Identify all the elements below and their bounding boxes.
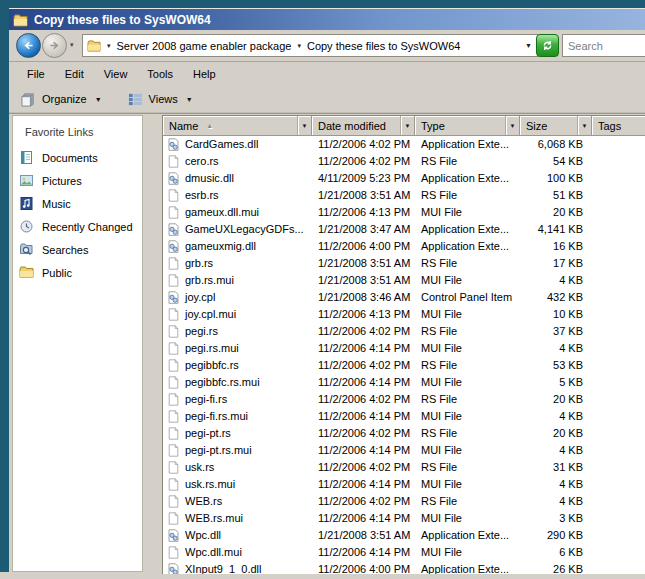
sidebar-item-icon (19, 219, 34, 234)
table-row[interactable]: WEB.rs.mui 11/2/2006 4:14 PM MUI File 3 … (163, 510, 645, 527)
generic-file-icon (167, 189, 180, 202)
organize-button[interactable]: Organize ▼ (15, 89, 108, 110)
breadcrumb-segment-copy-these-files-to-syswow64[interactable]: Copy these files to SysWOW64 (307, 40, 460, 52)
file-type: RS File (415, 391, 520, 408)
table-row[interactable]: XInput9_1_0.dll 11/2/2006 4:00 PM Applic… (163, 561, 645, 574)
file-type: RS File (415, 425, 520, 442)
sidebar-item-icon (19, 242, 34, 257)
breadcrumb-dropdown-icon[interactable]: ▼ (525, 42, 532, 49)
sidebar-item-recently-changed[interactable]: Recently Changed (13, 215, 142, 238)
column-header-size[interactable]: Size ▲ ▼ (520, 116, 592, 136)
column-header-tags[interactable]: Tags ▲ ▼ (592, 116, 645, 136)
menu-item-tools[interactable]: Tools (137, 65, 183, 83)
file-type: MUI File (415, 510, 520, 527)
breadcrumb[interactable]: ▾Server 2008 game enabler package▾Copy t… (82, 34, 539, 57)
file-tags (592, 357, 645, 374)
file-name: pegi.rs (185, 323, 218, 340)
generic-file-icon (167, 410, 180, 423)
file-tags (592, 136, 645, 153)
table-row[interactable]: pegi-fi.rs 11/2/2006 4:02 PM RS File 20 … (163, 391, 645, 408)
file-name: gameux.dll.mui (185, 204, 259, 221)
sidebar-item-documents[interactable]: Documents (13, 146, 142, 169)
file-date-modified: 11/2/2006 4:02 PM (312, 391, 415, 408)
table-row[interactable]: pegibbfc.rs 11/2/2006 4:02 PM RS File 53… (163, 357, 645, 374)
menu-item-edit[interactable]: Edit (55, 65, 94, 83)
sidebar-item-icon (19, 265, 34, 280)
search-input[interactable]: Search (562, 34, 645, 57)
table-row[interactable]: grb.rs.mui 1/21/2008 3:51 AM MUI File 4 … (163, 272, 645, 289)
menu-item-view[interactable]: View (94, 65, 138, 83)
file-name: dmusic.dll (185, 170, 234, 187)
sidebar-item-label: Music (42, 198, 71, 210)
dll-file-icon (167, 223, 180, 236)
history-dropdown-icon[interactable]: ▾ (70, 41, 74, 49)
file-type: Application Exte... (415, 170, 520, 187)
table-row[interactable]: pegi-pt.rs 11/2/2006 4:02 PM RS File 20 … (163, 425, 645, 442)
table-row[interactable]: joy.cpl.mui 11/2/2006 4:13 PM MUI File 1… (163, 306, 645, 323)
table-row[interactable]: pegi.rs.mui 11/2/2006 4:14 PM MUI File 4… (163, 340, 645, 357)
forward-button[interactable] (42, 33, 67, 58)
generic-file-icon (167, 308, 180, 321)
table-row[interactable]: pegibbfc.rs.mui 11/2/2006 4:14 PM MUI Fi… (163, 374, 645, 391)
sidebar-item-public[interactable]: Public (13, 261, 142, 284)
file-size: 3 KB (520, 510, 592, 527)
table-row[interactable]: esrb.rs 1/21/2008 3:51 AM RS File 51 KB (163, 187, 645, 204)
generic-file-icon (167, 478, 180, 491)
table-row[interactable]: Wpc.dll.mui 11/2/2006 4:14 PM MUI File 6… (163, 544, 645, 561)
breadcrumb-separator-icon[interactable]: ▾ (295, 42, 303, 50)
search-placeholder: Search (568, 40, 603, 52)
refresh-button[interactable] (536, 34, 559, 57)
table-row[interactable]: GameUXLegacyGDFs... 1/21/2008 3:47 AM Ap… (163, 221, 645, 238)
breadcrumb-segment-server-2008-game-enabler-package[interactable]: Server 2008 game enabler package (117, 40, 292, 52)
sidebar-item-label: Public (42, 267, 72, 279)
table-row[interactable]: grb.rs 1/21/2008 3:51 AM RS File 17 KB (163, 255, 645, 272)
table-row[interactable]: gameux.dll.mui 11/2/2006 4:13 PM MUI Fil… (163, 204, 645, 221)
column-header-name[interactable]: Name ▲ ▼ (163, 116, 312, 136)
title-bar[interactable]: Copy these files to SysWOW64 (9, 8, 645, 31)
back-button[interactable] (16, 33, 41, 58)
file-type: Application Exte... (415, 238, 520, 255)
sidebar-item-music[interactable]: Music (13, 192, 142, 215)
column-filter-dropdown-icon[interactable]: ▼ (577, 116, 591, 135)
table-row[interactable]: dmusic.dll 4/11/2009 5:23 PM Application… (163, 170, 645, 187)
table-row[interactable]: CardGames.dll 11/2/2006 4:02 PM Applicat… (163, 136, 645, 153)
file-size: 20 KB (520, 425, 592, 442)
file-size: 20 KB (520, 204, 592, 221)
file-tags (592, 374, 645, 391)
column-header-type[interactable]: Type ▲ ▼ (415, 116, 520, 136)
menu-item-file[interactable]: File (17, 65, 55, 83)
dll-file-icon (167, 138, 180, 151)
file-date-modified: 11/2/2006 4:02 PM (312, 425, 415, 442)
table-row[interactable]: WEB.rs 11/2/2006 4:02 PM RS File 4 KB (163, 493, 645, 510)
table-row[interactable]: cero.rs 11/2/2006 4:02 PM RS File 54 KB (163, 153, 645, 170)
file-tags (592, 306, 645, 323)
views-button[interactable]: Views ▼ (122, 89, 199, 110)
file-size: 4 KB (520, 408, 592, 425)
table-row[interactable]: gameuxmig.dll 11/2/2006 4:00 PM Applicat… (163, 238, 645, 255)
table-row[interactable]: usk.rs.mui 11/2/2006 4:14 PM MUI File 4 … (163, 476, 645, 493)
breadcrumb-separator-icon[interactable]: ▾ (105, 42, 113, 50)
sidebar-item-pictures[interactable]: Pictures (13, 169, 142, 192)
file-name: pegibbfc.rs.mui (185, 374, 260, 391)
column-filter-dropdown-icon[interactable]: ▼ (400, 116, 414, 135)
file-name: grb.rs.mui (185, 272, 234, 289)
file-name: Wpc.dll (185, 527, 221, 544)
file-name: pegi-pt.rs (185, 425, 231, 442)
table-row[interactable]: pegi.rs 11/2/2006 4:02 PM RS File 37 KB (163, 323, 645, 340)
table-row[interactable]: pegi-pt.rs.mui 11/2/2006 4:14 PM MUI Fil… (163, 442, 645, 459)
column-filter-dropdown-icon[interactable]: ▼ (297, 116, 311, 135)
column-filter-dropdown-icon[interactable]: ▼ (505, 116, 519, 135)
sidebar-item-searches[interactable]: Searches (13, 238, 142, 261)
file-size: 31 KB (520, 459, 592, 476)
menu-item-help[interactable]: Help (183, 65, 226, 83)
file-tags (592, 442, 645, 459)
table-row[interactable]: usk.rs 11/2/2006 4:02 PM RS File 31 KB (163, 459, 645, 476)
table-row[interactable]: pegi-fi.rs.mui 11/2/2006 4:14 PM MUI Fil… (163, 408, 645, 425)
file-tags (592, 204, 645, 221)
table-row[interactable]: Wpc.dll 1/21/2008 3:51 AM Application Ex… (163, 527, 645, 544)
toolbar: Organize ▼ Views ▼ (9, 85, 645, 114)
sidebar-item-icon (19, 196, 34, 211)
column-header-date-modified[interactable]: Date modified ▲ ▼ (312, 116, 415, 136)
table-row[interactable]: joy.cpl 1/21/2008 3:46 AM Control Panel … (163, 289, 645, 306)
file-size: 54 KB (520, 153, 592, 170)
